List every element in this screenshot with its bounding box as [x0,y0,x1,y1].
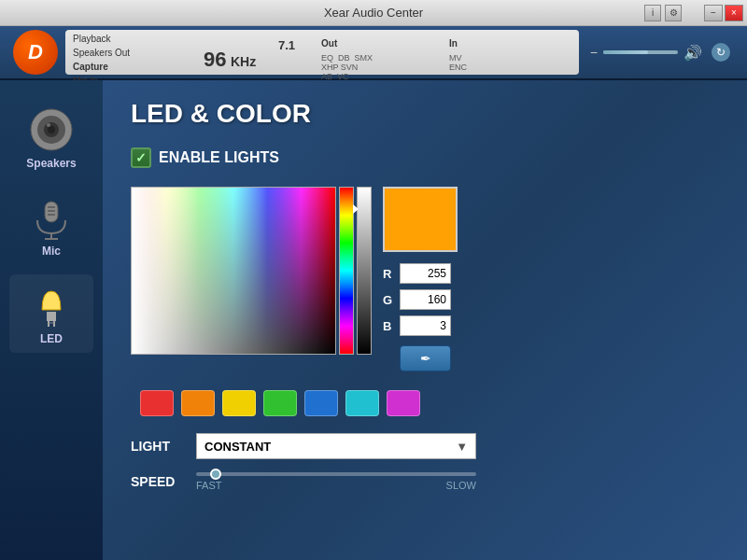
window-title: Xear Audio Center [324,6,423,20]
color-preview [383,187,458,252]
light-mode-row: LIGHT CONSTANT ▼ [131,433,719,459]
hue-slider[interactable] [339,187,354,355]
color-picker-area: R G B ✒ [131,187,719,371]
settings-button[interactable]: ⚙ [665,5,682,21]
svg-point-3 [48,126,55,133]
swatch-magenta[interactable] [387,390,420,416]
svg-rect-11 [47,312,56,321]
top-bar: D Playback Speakers Out Capture Mic In 9… [0,26,747,80]
sample-unit: KHz [231,54,256,69]
speed-slider-container: FAST SLOW [196,472,476,491]
minimize-button[interactable]: − [704,5,723,21]
in-header: In [449,38,571,52]
eyedropper-icon: ✒ [420,351,431,366]
info-button[interactable]: i [644,5,661,21]
svg-point-4 [47,123,50,127]
volume-minus[interactable]: − [590,45,598,60]
volume-slider-fill [603,50,648,54]
title-bar: Xear Audio Center i ⚙ − × [0,0,747,26]
sample-rate-display: 96 KHz [204,48,278,72]
speed-labels: FAST SLOW [196,480,476,491]
color-values: R G B ✒ [383,187,458,371]
volume-slider[interactable] [603,50,678,54]
out-header: Out [321,38,444,52]
r-label: R [383,267,396,281]
volume-icon[interactable]: 🔊 [684,44,702,62]
enable-lights-row: ✓ ENABLE LIGHTS [131,147,719,168]
capture-label: Capture [73,60,204,74]
swatch-orange[interactable] [181,390,215,416]
content-area: LED & COLOR ✓ ENABLE LIGHTS [103,80,747,560]
light-mode-dropdown[interactable]: CONSTANT ▼ [196,433,476,459]
speed-row: SPEED FAST SLOW [131,472,719,491]
speed-slider-thumb [210,469,221,480]
led-label: LED [40,332,63,345]
b-label: B [383,319,396,333]
swatch-red[interactable] [140,390,174,416]
g-row: G [383,289,458,310]
gradient-bg [132,188,335,354]
light-mode-label: LIGHT [131,439,187,454]
led-icon [28,282,75,329]
color-gradient-picker[interactable] [131,187,336,355]
in-items: MVENC [449,53,571,81]
speakers-icon [28,106,75,153]
volume-control: − 🔊 ↻ [581,43,740,62]
logo-letter: D [28,40,43,64]
enable-lights-label: ENABLE LIGHTS [159,149,279,166]
sidebar-item-mic[interactable]: Mic [9,187,93,265]
close-button[interactable]: × [725,5,743,21]
sidebar: Speakers Mic LED [0,80,103,560]
sidebar-item-led[interactable]: LED [9,274,93,353]
hue-slider-arrow [353,204,359,214]
g-label: G [383,293,396,307]
out-items: EQ DB SMXXHP SVNAB VC [321,53,444,81]
device-info: Playback Speakers Out Capture Mic In 96 … [65,30,579,75]
swatch-green[interactable] [263,390,297,416]
device-labels: Playback Speakers Out Capture Mic In [73,32,204,88]
light-mode-value: CONSTANT [204,440,271,454]
logo-circle: D [13,30,58,75]
sidebar-item-speakers[interactable]: Speakers [9,99,93,177]
playback-label: Playback [73,32,204,46]
main-layout: Speakers Mic LED [0,80,747,560]
speed-slider[interactable] [196,472,476,476]
swatch-cyan[interactable] [345,390,379,416]
g-input[interactable] [400,289,451,310]
checkmark-icon: ✓ [135,150,147,165]
b-row: B [383,315,458,336]
slow-label: SLOW [446,480,476,491]
fast-label: FAST [196,480,222,491]
swatch-blue[interactable] [304,390,338,416]
mic-label: Mic [42,245,61,258]
mic-icon [28,194,75,241]
svg-rect-5 [45,202,58,222]
brightness-slider[interactable] [357,187,372,355]
b-input[interactable] [400,315,451,336]
dropdown-arrow-icon: ▼ [456,440,468,454]
color-swatches [131,390,719,416]
speakers-label: Speakers [26,157,76,170]
channels-value: 7.1 [278,38,316,52]
r-input[interactable] [400,263,451,284]
speed-label: SPEED [131,474,187,489]
eyedropper-button[interactable]: ✒ [400,345,451,371]
r-row: R [383,263,458,284]
title-bar-icons: i ⚙ [644,5,682,21]
color-gradient-container [131,187,372,355]
device-channels: 7.1 Out In EQ DB SMXXHP SVNAB VC MVENC [278,38,571,81]
swatch-yellow[interactable] [222,390,256,416]
sample-rate: 96 [204,48,226,71]
refresh-button[interactable]: ↻ [712,43,730,62]
page-title: LED & COLOR [131,99,719,129]
speakers-label: Speakers Out [73,46,204,60]
logo: D [7,29,63,76]
window-controls: − × [704,5,743,21]
enable-lights-checkbox[interactable]: ✓ [131,147,151,168]
